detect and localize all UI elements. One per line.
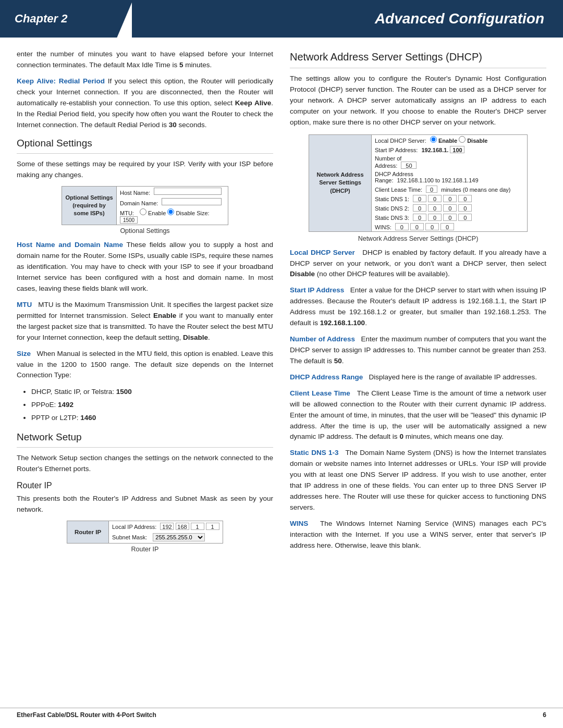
router-ip-body: This presents both the Router's IP Addre… [17,493,273,515]
wins-heading: WINS [290,520,308,527]
dns3-box2[interactable]: 0 [428,214,442,221]
num-address-input[interactable]: 50 [401,162,417,169]
local-ip-label: Local IP Address: [112,524,156,530]
network-setup-body: The Network Setup section changes the se… [17,453,273,475]
dhcp-local-options: Enable Disable [430,138,487,144]
keep-alive-heading: Keep Alive: Redial Period [17,77,105,85]
intro-paragraph: enter the number of minutes you want to … [17,49,273,71]
ip-box-1[interactable]: 192 [160,523,174,530]
optional-settings-divider [17,153,273,154]
wins-box1[interactable]: 0 [395,223,409,230]
num-address-row: Number ofAddress: 50 [372,154,514,170]
num-address-heading: Number of Address [290,335,355,343]
dhcp-range-paragraph: DHCP Address Range Displayed here is the… [290,372,546,383]
start-ip-last-box[interactable]: 100 [450,146,464,153]
mtu-bullet-list: DHCP, Static IP, or Telstra: 1500 PPPoE:… [31,386,273,424]
ip-box-2[interactable]: 168 [176,523,189,530]
dhcp-local-row: Local DHCP Server: Enable Disable [372,135,514,145]
dhcp-range-heading: DHCP Address Range [290,373,363,381]
dns1-box4[interactable]: 0 [458,195,472,202]
num-address-paragraph: Number of Address Enter the maximum numb… [290,334,546,367]
bullet-pptp: PPTP or L2TP: 1460 [31,412,273,424]
ip-box-4[interactable]: 1 [206,523,219,530]
dns2-box4[interactable]: 0 [458,204,472,212]
local-dhcp-paragraph: Local DHCP Server DHCP is enabled by fac… [290,248,546,280]
static-dns2-label: Static DNS 2: [375,205,409,212]
client-lease-input[interactable]: 0 [426,186,437,193]
start-ip-paragraph: Start IP Address Enter a value for the D… [290,285,546,329]
dns2-box2[interactable]: 0 [428,204,442,212]
domain-name-label: Domain Name: [120,200,158,206]
static-dns1-row: Static DNS 1: 0 0 0 0 [372,194,514,203]
subnet-mask-select[interactable]: 255.255.255.0 [153,533,205,541]
router-ip-label: Router IP [67,521,109,543]
subnet-mask-row: Subnet Mask: 255.255.255.0 [109,532,223,543]
wins-boxes: 0 0 0 0 [395,224,454,230]
dhcp-caption: Network Address Server Settings (DHCP) [290,235,546,242]
dns3-box1[interactable]: 0 [413,214,426,221]
static-dns2-row: Static DNS 2: 0 0 0 0 [372,203,514,213]
optional-settings-label: Optional Settings(required by some ISPs) [62,187,117,225]
nas-divider [290,68,546,68]
router-ip-table: Router IP Local IP Address: 192 168 1 1 … [67,521,223,544]
static-dns2-boxes: 0 0 0 0 [413,205,472,212]
wins-box2[interactable]: 0 [410,223,424,230]
wins-row: WINS: 0 0 0 0 [372,222,514,231]
dhcp-range-row: DHCP AddressRange: 192.168.1.100 to 192.… [372,170,514,184]
start-ip-row: Start IP Address: 192.168.1. 100 [372,145,514,154]
footer-right: 6 [543,711,546,719]
client-lease-label: Client Lease Time: [375,187,422,193]
mtu-disable-radio[interactable] [167,208,174,215]
wins-box4[interactable]: 0 [440,223,454,230]
router-ip-heading: Router IP [17,481,273,490]
host-domain-heading: Host Name and Domain Name [17,241,123,249]
dns3-box3[interactable]: 0 [443,214,457,221]
domain-name-row: Domain Name: [117,197,228,207]
dns3-box4[interactable]: 0 [458,214,472,221]
page-header: Chapter 2 Advanced Configuration [0,0,563,38]
bullet-dhcp: DHCP, Static IP, or Telstra: 1500 [31,386,273,398]
client-lease-paragraph: Client Lease Time The Client Lease Time … [290,388,546,443]
dhcp-enable-radio[interactable] [430,136,437,143]
size-heading: Size [17,350,31,357]
optional-settings-intro: Some of these settings may be required b… [17,159,273,181]
dhcp-table: Network AddressServer Settings (DHCP) Lo… [309,134,528,232]
dhcp-disable-radio[interactable] [459,136,466,143]
network-setup-heading: Network Setup [17,431,273,443]
dns2-box3[interactable]: 0 [443,204,457,212]
dns1-box1[interactable]: 0 [413,195,426,202]
nas-intro: The settings allow you to configure the … [290,73,546,128]
static-dns-paragraph: Static DNS 1-3 The Domain Name System (D… [290,448,546,513]
optional-settings-heading: Optional Settings [17,138,273,149]
router-ip-caption: Router IP [17,546,273,553]
chapter-text: Chapter 2 [15,12,67,26]
subnet-mask-label: Subnet Mask: [112,534,147,540]
host-name-input[interactable] [154,188,222,195]
static-dns1-label: Static DNS 1: [375,196,409,202]
static-dns3-row: Static DNS 3: 0 0 0 0 [372,213,514,222]
wins-box3[interactable]: 0 [425,223,439,230]
dhcp-range-value: 192.168.1.100 to 192.168.1.149 [397,177,479,183]
left-column: enter the number of minutes you want to … [17,49,273,558]
keep-alive-paragraph: Keep Alive: Redial Period If you select … [17,76,273,131]
optional-settings-table: Optional Settings(required by some ISPs)… [62,186,228,225]
local-ip-boxes: 192 168 1 1 [160,524,219,530]
mtu-enable-radio[interactable] [140,208,146,215]
local-ip-row: Local IP Address: 192 168 1 1 [109,521,223,532]
ip-box-3[interactable]: 1 [191,523,204,530]
num-address-label: Number ofAddress: [375,155,401,169]
dns1-box3[interactable]: 0 [443,195,457,202]
mtu-size-input[interactable]: 1500 [120,216,138,224]
host-name-row: Host Name: [117,187,228,197]
dns2-box1[interactable]: 0 [413,204,426,212]
nas-heading: Network Address Server Settings (DHCP) [290,51,546,63]
chapter-label: Chapter 2 [0,0,133,38]
dhcp-label: Network AddressServer Settings (DHCP) [309,135,372,231]
domain-name-input[interactable] [162,198,222,205]
mtu-paragraph: MTU MTU is the Maximum Transmission Unit… [17,300,273,343]
dns1-box2[interactable]: 0 [428,195,442,202]
network-setup-divider [17,447,273,448]
main-content: enter the number of minutes you want to … [0,38,563,574]
mtu-label: MTU: [120,210,134,216]
client-lease-row: Client Lease Time: 0 minutes (0 means on… [372,184,514,194]
